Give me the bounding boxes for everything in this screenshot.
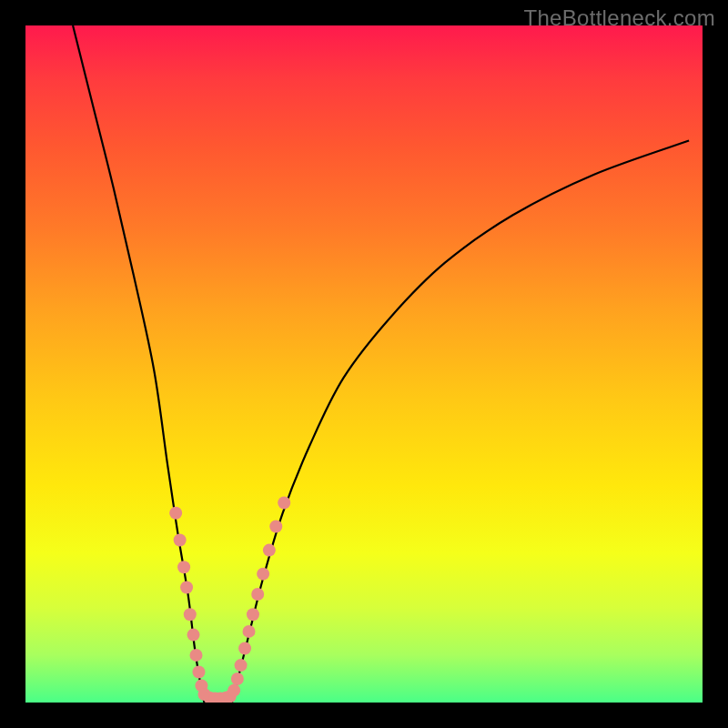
highlight-dot <box>269 521 282 533</box>
highlight-dot <box>247 608 259 621</box>
highlight-dots <box>169 497 290 703</box>
highlight-dot <box>174 533 187 546</box>
highlight-dot <box>180 581 193 594</box>
highlight-dot <box>177 561 190 573</box>
highlight-dot <box>243 625 256 638</box>
highlight-dot <box>257 568 269 581</box>
watermark-text: TheBottleneck.com <box>523 5 715 31</box>
plot-area <box>25 25 703 703</box>
chart-container: TheBottleneck.com <box>0 0 728 728</box>
highlight-dot <box>251 588 264 601</box>
highlight-dot <box>192 666 205 679</box>
highlight-dot <box>231 672 244 685</box>
highlight-dot <box>184 608 197 621</box>
highlight-dot <box>235 659 248 672</box>
highlight-dot <box>187 629 200 642</box>
highlight-dot <box>263 544 276 557</box>
curve-svg <box>25 25 703 703</box>
highlight-dot <box>189 649 202 662</box>
right-branch <box>232 140 689 703</box>
highlight-dot <box>278 497 290 510</box>
left-branch <box>73 25 204 703</box>
highlight-dot <box>238 642 251 654</box>
highlight-dot <box>228 684 240 697</box>
highlight-dot <box>169 507 182 520</box>
